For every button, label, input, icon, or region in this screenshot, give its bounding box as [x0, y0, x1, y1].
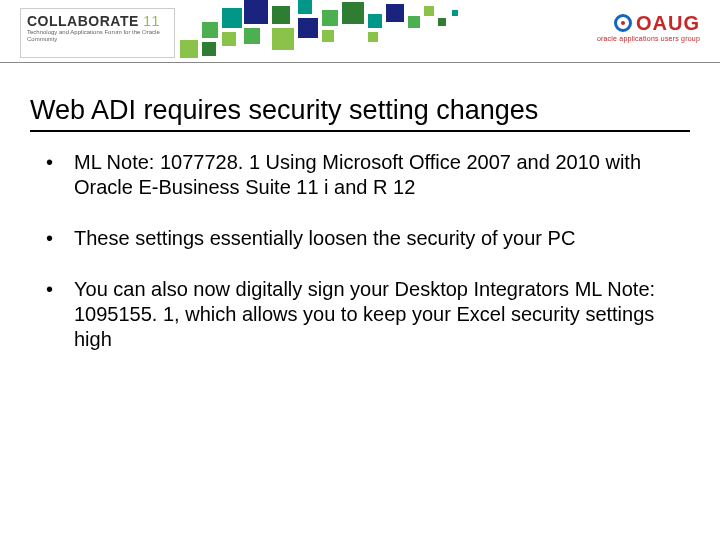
oaug-tagline: oracle applications users group [597, 35, 700, 42]
list-item: ML Note: 1077728. 1 Using Microsoft Offi… [30, 150, 690, 200]
collab-year: 11 [143, 13, 160, 29]
slide-content: Web ADI requires security setting change… [0, 75, 720, 352]
gear-icon [614, 14, 632, 32]
header-divider [0, 62, 720, 63]
collaborate-logo-text: COLLABORATE 11 [27, 13, 168, 29]
collab-main: COLLABORATE [27, 13, 139, 29]
collaborate-logo: COLLABORATE 11 Technology and Applicatio… [20, 8, 175, 58]
slide-title: Web ADI requires security setting change… [30, 95, 690, 132]
collab-subtitle: Technology and Applications Forum for th… [27, 29, 168, 42]
list-item: You can also now digitally sign your Des… [30, 277, 690, 352]
slide-header: COLLABORATE 11 Technology and Applicatio… [0, 0, 720, 75]
list-item: These settings essentially loosen the se… [30, 226, 690, 251]
oaug-logo: OAUG oracle applications users group [597, 12, 700, 42]
oaug-brand: OAUG [636, 12, 700, 34]
bullet-list: ML Note: 1077728. 1 Using Microsoft Offi… [30, 150, 690, 352]
decorative-squares [180, 0, 560, 62]
